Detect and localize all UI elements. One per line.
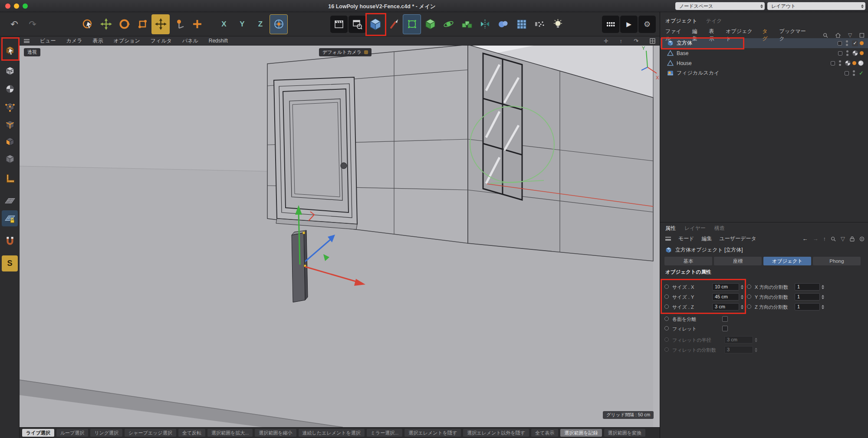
menu-filter[interactable]: フィルタ <box>151 37 172 45</box>
rotate-tool[interactable] <box>115 14 133 34</box>
active-move-tool[interactable] <box>151 14 170 34</box>
play-button[interactable]: ▶ <box>620 14 638 34</box>
layer-toggle[interactable] <box>838 51 842 56</box>
live-selection-tool[interactable] <box>79 14 97 34</box>
texture-tag-icon[interactable] <box>845 60 851 66</box>
lock-icon[interactable] <box>850 236 855 242</box>
camera-label[interactable]: デフォルトカメラ <box>319 48 372 56</box>
am-hamburger-icon[interactable] <box>665 237 671 241</box>
select-connected-button[interactable]: 連続したエレメントを選択 <box>299 429 365 437</box>
sharp-edge-selection-button[interactable]: シャープエッジ選択 <box>125 429 176 437</box>
search-icon[interactable] <box>831 236 836 242</box>
visibility-dots[interactable] <box>853 70 855 76</box>
atom-array-tool[interactable] <box>439 14 457 34</box>
rotate-view-icon[interactable]: ↷ <box>634 38 638 44</box>
points-mode-button[interactable] <box>2 99 18 115</box>
loop-selection-button[interactable]: ループ選択 <box>56 429 89 437</box>
tab-attributes[interactable]: 属性 <box>665 225 676 232</box>
frame-icon[interactable] <box>859 33 865 38</box>
texture-mode-button[interactable] <box>2 63 18 79</box>
am-menu-userdata[interactable]: ユーザーデータ <box>720 235 756 242</box>
seg-x-stepper[interactable] <box>821 284 825 290</box>
xpresso-tag-icon[interactable]: ✓ <box>852 40 858 46</box>
enabled-check-icon[interactable]: ✓ <box>859 70 864 76</box>
visibility-dots[interactable] <box>846 40 848 46</box>
tab-basic[interactable]: 基本 <box>664 257 712 265</box>
anim-dot[interactable] <box>747 304 751 309</box>
lock-workplane-button[interactable] <box>2 210 18 226</box>
lock-y-button[interactable]: Y <box>233 14 251 34</box>
history-forward-icon[interactable]: → <box>813 235 819 242</box>
anim-dot[interactable] <box>664 317 669 321</box>
instance-grid-tool[interactable] <box>512 14 530 34</box>
filter-icon[interactable]: ▽ <box>848 32 852 38</box>
target-icon[interactable] <box>859 236 865 242</box>
menu-view[interactable]: ビュー <box>40 37 56 45</box>
undo-button[interactable]: ↶ <box>5 14 23 34</box>
nodespace-dropdown[interactable]: ノードスペース <box>675 2 765 10</box>
menu-options[interactable]: オプション <box>113 37 140 45</box>
seg-x-input[interactable]: 1 <box>795 283 820 291</box>
layer-toggle[interactable] <box>831 61 835 65</box>
snap-settings-button[interactable]: S <box>2 255 18 271</box>
seg-y-stepper[interactable] <box>821 294 825 300</box>
texture-tag-icon[interactable] <box>852 50 858 56</box>
anim-dot[interactable] <box>664 326 669 330</box>
enable-axis-button[interactable] <box>2 170 18 186</box>
redo-button[interactable]: ↷ <box>23 14 42 34</box>
mirror-selection-button[interactable]: ミラー選択... <box>367 429 403 437</box>
timeline-render-button[interactable] <box>602 14 620 34</box>
axis-tool[interactable] <box>170 14 188 34</box>
shrink-selection-button[interactable]: 選択範囲を縮小 <box>255 429 296 437</box>
toggle-views-icon[interactable] <box>650 38 655 44</box>
workplane-button[interactable] <box>2 193 18 209</box>
store-selection-button[interactable]: 選択範囲を記録 <box>560 429 602 437</box>
array-tool[interactable] <box>457 14 476 34</box>
particle-emitter-tool[interactable] <box>530 14 549 34</box>
tab-object[interactable]: オブジェクト <box>763 257 811 265</box>
invert-all-button[interactable]: 全て反転 <box>178 429 205 437</box>
anim-dot[interactable] <box>747 294 751 299</box>
3d-viewport[interactable]: Y X 透視 デフォルトカメラ グリッド間隔 : 50 cm <box>20 46 660 427</box>
tab-takes[interactable]: テイク <box>706 17 722 25</box>
snap-magnet-button[interactable] <box>2 233 18 249</box>
scale-tool[interactable] <box>133 14 151 34</box>
material-tag-icon[interactable] <box>852 61 856 65</box>
search-icon[interactable] <box>823 33 828 38</box>
history-back-icon[interactable]: ← <box>802 235 808 242</box>
visibility-dots[interactable] <box>846 50 848 56</box>
edges-mode-button[interactable] <box>2 117 18 133</box>
parent-up-icon[interactable]: ↑ <box>823 235 826 242</box>
pen-tool[interactable] <box>385 14 403 34</box>
generator-cube-tool[interactable] <box>421 14 439 34</box>
am-menu-edit[interactable]: 編集 <box>702 235 712 242</box>
sphere-tag-icon[interactable] <box>858 60 864 66</box>
dolly-view-icon[interactable]: ↑ <box>620 38 623 44</box>
add-tool[interactable] <box>188 14 206 34</box>
move-tool[interactable] <box>97 14 115 34</box>
filter-icon[interactable]: ▽ <box>841 235 845 242</box>
close-window-button[interactable] <box>5 3 10 9</box>
tab-objects[interactable]: オブジェクト <box>665 17 697 25</box>
symmetry-tool[interactable] <box>476 14 494 34</box>
unhide-all-button[interactable]: 全て表示 <box>531 429 558 437</box>
layer-toggle[interactable] <box>845 71 849 75</box>
fillet-checkbox[interactable] <box>722 326 728 331</box>
lock-x-button[interactable]: X <box>215 14 233 34</box>
texture-axis-mode-button[interactable] <box>2 81 18 97</box>
visibility-dots[interactable] <box>839 60 841 66</box>
zoom-window-button[interactable] <box>23 3 28 9</box>
tweak-mode-button[interactable] <box>2 151 18 167</box>
menu-display[interactable]: 表示 <box>92 37 103 45</box>
menu-panel[interactable]: パネル <box>182 37 198 45</box>
object-row-house[interactable]: House <box>660 58 868 68</box>
home-icon[interactable] <box>835 33 841 38</box>
object-row-physical-sky[interactable]: フィジカルスカイ ✓ <box>660 68 868 78</box>
metaball-tool[interactable] <box>494 14 512 34</box>
pan-view-icon[interactable]: ✛ <box>604 38 608 44</box>
subdivision-surface-tool[interactable] <box>403 14 421 34</box>
coordinate-system-toggle[interactable] <box>270 14 288 34</box>
layer-toggle[interactable] <box>838 41 842 46</box>
lock-z-button[interactable]: Z <box>251 14 270 34</box>
material-tag-icon[interactable] <box>860 51 864 55</box>
